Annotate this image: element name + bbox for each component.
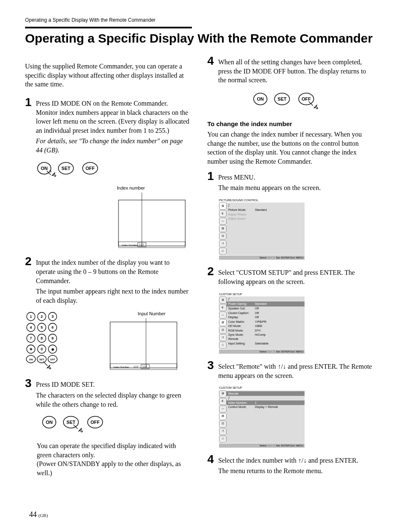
step-text: The input number appears right next to t…: [36, 287, 191, 305]
running-header: Operating a Specific Display With the Re…: [25, 17, 373, 23]
step-number: 4: [207, 453, 218, 465]
svg-text:◉: ◉: [51, 347, 54, 351]
step-number: 1: [25, 96, 36, 108]
index-number-caption: Index number: [117, 185, 191, 191]
svg-text:2: 2: [40, 314, 43, 319]
svg-text:5: 5: [40, 325, 43, 329]
step-text: When all of the setting changes have bee…: [218, 58, 373, 85]
step-text: You can operate the specified display in…: [37, 441, 191, 459]
svg-text:4: 4: [30, 325, 32, 329]
step-text: The menu returns to the Remote menu.: [218, 466, 373, 476]
menu-screenshot: CUSTOM SETUP ▣◐▭ ▦▨◔◎ Remote ⤴ Index Num…: [219, 386, 305, 448]
step-text: Select "Remote" with ↑/↓ and press ENTER…: [218, 362, 373, 380]
page-title: Operating a Specific Display With the Re…: [25, 31, 373, 46]
svg-text:ON: ON: [257, 96, 264, 101]
svg-text:SET: SET: [66, 420, 76, 425]
title-rule: [25, 27, 192, 28]
svg-text:117: 117: [139, 243, 144, 246]
step-number: 1: [207, 170, 218, 182]
svg-text:3: 3: [51, 314, 53, 319]
svg-text:1: 1: [30, 314, 32, 319]
svg-text:117: 117: [142, 365, 147, 368]
step-text: Input the index number of the display yo…: [36, 258, 191, 285]
step-text: Press ID MODE ON on the Remote Commander…: [36, 99, 191, 135]
svg-rect-41: [110, 322, 177, 368]
cursor-icon: [309, 101, 318, 109]
step-text: The characters on the selected display c…: [36, 391, 191, 409]
step-number: 3: [25, 377, 36, 389]
input-number-caption: Input Number: [138, 311, 179, 317]
set-button-label: SET: [61, 166, 71, 171]
off-button-label: OFF: [86, 166, 95, 171]
sub-intro: You can change the index number if neces…: [207, 130, 373, 166]
step-text: The main menu appears on the screen.: [218, 183, 373, 193]
figure-on-set-off: ON SET OFF: [37, 161, 191, 179]
screen-diagram: Index Number 117 . .: [117, 191, 188, 256]
cursor-icon: [43, 362, 51, 369]
on-button-label: ON: [41, 166, 48, 171]
svg-text:Index Number: Index Number: [122, 244, 138, 246]
svg-text:OFF: OFF: [50, 358, 55, 361]
cursor-icon: [73, 425, 83, 432]
svg-text:OFF: OFF: [91, 420, 100, 425]
svg-text:✻: ✻: [30, 347, 33, 351]
step-note: For details, see "To change the index nu…: [36, 137, 191, 155]
svg-text:ON: ON: [29, 358, 33, 361]
svg-text:6: 6: [51, 325, 53, 329]
figure-on-set-off: ON SET OFF: [42, 415, 191, 436]
screen-diagram: Index Number 117 117: [108, 317, 179, 377]
figure-on-set-off: ON SET OFF: [253, 91, 328, 112]
cursor-icon: [47, 171, 56, 177]
svg-text:8: 8: [40, 336, 43, 340]
step-number: 2: [207, 266, 218, 277]
subheading: To change the index number: [207, 120, 373, 128]
svg-text:. .: . .: [148, 243, 151, 246]
svg-text:0: 0: [40, 347, 43, 351]
step-text: Select "CUSTOM SETUP" and press ENTER. T…: [218, 268, 373, 286]
step-number: 4: [207, 55, 218, 67]
svg-text:SET: SET: [39, 358, 44, 361]
step-number: 2: [25, 256, 36, 267]
svg-text:7: 7: [30, 336, 32, 340]
svg-text:OFF: OFF: [302, 96, 311, 101]
svg-rect-4: [118, 200, 185, 246]
svg-text:Index Number: Index Number: [113, 366, 129, 368]
step-text: Select the index number with ↑/↓ and pre…: [218, 456, 373, 465]
menu-screenshot: CUSTOM SETUP ▣◐▭ ▦▨◔◎ ⤴ Power Saving:Sta…: [219, 292, 305, 354]
svg-text:SET: SET: [277, 96, 287, 101]
svg-text:ON: ON: [46, 420, 53, 425]
step-text: Press ID MODE SET.: [36, 380, 191, 389]
intro-text: Using the supplied Remote Commander, you…: [25, 62, 191, 89]
step-text: (Power ON/STANDBY apply to the other dis…: [37, 459, 191, 477]
step-number: 3: [207, 360, 218, 371]
keypad-figure: 1 2 3 4 5 6 7 8 9 ✻ 0 ◉ ON SET OFF: [25, 311, 67, 377]
step-text: Press MENU.: [218, 173, 373, 182]
menu-screenshot: PICTURE/SOUND CONTROL ▣◐▭ ▦▨◔◎ ⤴ Picture…: [219, 198, 305, 260]
svg-text:9: 9: [51, 336, 53, 340]
svg-text:117: 117: [134, 365, 139, 368]
